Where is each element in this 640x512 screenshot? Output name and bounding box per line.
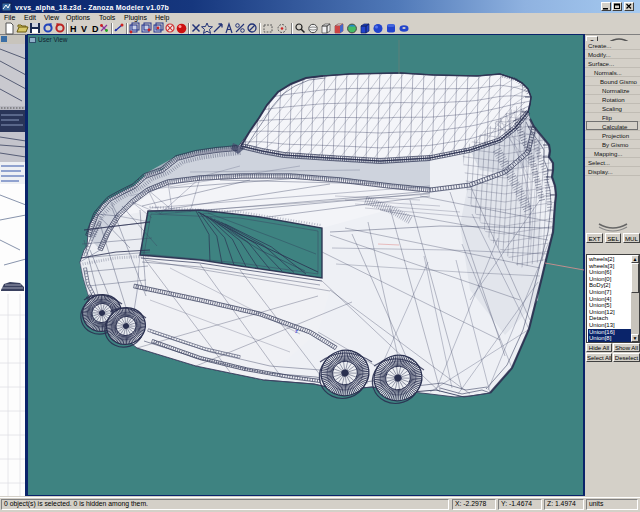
svg-text:V: V <box>81 24 87 34</box>
svg-text:H: H <box>70 24 77 34</box>
svg-text:z: z <box>295 328 298 334</box>
svg-text:D: D <box>92 24 99 34</box>
